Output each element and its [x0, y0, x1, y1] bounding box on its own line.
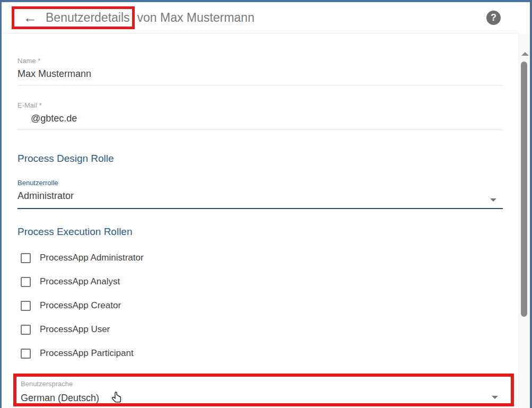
- process-design-section-title: Process Design Rolle: [18, 153, 114, 164]
- user-role-label: Benutzerrolle: [18, 179, 503, 187]
- checkbox-icon[interactable]: [21, 253, 31, 263]
- checkbox-icon[interactable]: [21, 277, 31, 287]
- page-title: Benutzerdetails: [46, 11, 130, 25]
- user-details-form: Name * Max Mustermann E-Mail * @gbtec.de…: [2, 34, 519, 408]
- email-field: E-Mail * @gbtec.de: [18, 101, 503, 130]
- scrollbar-up-arrow-icon[interactable]: [521, 52, 529, 56]
- user-role-underline: [18, 208, 503, 209]
- checkbox-label: ProcessApp Participant: [40, 348, 134, 359]
- email-input[interactable]: @gbtec.de: [18, 113, 503, 124]
- user-role-select[interactable]: Benutzerrolle Administrator: [18, 179, 503, 209]
- title-highlight-annotation: ← Benutzerdetails: [12, 6, 135, 29]
- language-value[interactable]: German (Deutsch): [21, 393, 99, 404]
- checkbox-row-processapp-analyst[interactable]: ProcessApp Analyst: [21, 275, 144, 288]
- page-title-suffix: von Max Mustermann: [137, 11, 255, 25]
- scrollbar-thumb[interactable]: [521, 62, 527, 317]
- checkbox-row-processapp-creator[interactable]: ProcessApp Creator: [21, 299, 144, 312]
- checkbox-row-processapp-user[interactable]: ProcessApp User: [21, 323, 144, 336]
- header: ← Benutzerdetails von Max Mustermann ?: [2, 2, 519, 33]
- dropdown-arrow-icon[interactable]: [492, 396, 498, 399]
- name-field-label: Name *: [18, 57, 503, 65]
- language-label: Benutzersprache: [21, 380, 511, 388]
- language-select[interactable]: Benutzersprache German (Deutsch): [16, 377, 511, 403]
- checkbox-label: ProcessApp Creator: [40, 300, 121, 311]
- checkbox-label: ProcessApp Analyst: [40, 276, 120, 287]
- dropdown-arrow-icon[interactable]: [490, 198, 496, 202]
- checkbox-icon[interactable]: [21, 349, 31, 359]
- name-field-underline: [18, 85, 503, 85]
- language-highlight-annotation: Benutzersprache German (Deutsch): [13, 374, 514, 406]
- back-arrow-icon[interactable]: ←: [23, 11, 37, 24]
- email-field-underline: [18, 129, 503, 130]
- checkbox-row-processapp-administrator[interactable]: ProcessApp Administrator: [21, 251, 144, 264]
- process-execution-roles-list: ProcessApp Administrator ProcessApp Anal…: [21, 251, 144, 371]
- user-details-window: ← Benutzerdetails von Max Mustermann ? N…: [0, 0, 532, 408]
- name-field: Name * Max Mustermann: [18, 57, 503, 85]
- user-role-value[interactable]: Administrator: [18, 190, 503, 202]
- help-icon[interactable]: ?: [486, 11, 501, 25]
- email-field-label: E-Mail *: [18, 101, 503, 109]
- name-input[interactable]: Max Mustermann: [18, 68, 503, 80]
- vertical-scrollbar[interactable]: [519, 34, 530, 408]
- checkbox-icon[interactable]: [21, 301, 31, 311]
- hand-cursor-icon: [111, 391, 124, 405]
- checkbox-label: ProcessApp Administrator: [40, 253, 144, 263]
- process-execution-section-title: Process Execution Rollen: [18, 226, 133, 238]
- checkbox-icon[interactable]: [21, 325, 31, 335]
- checkbox-label: ProcessApp User: [40, 324, 110, 335]
- checkbox-row-processapp-participant[interactable]: ProcessApp Participant: [21, 347, 144, 360]
